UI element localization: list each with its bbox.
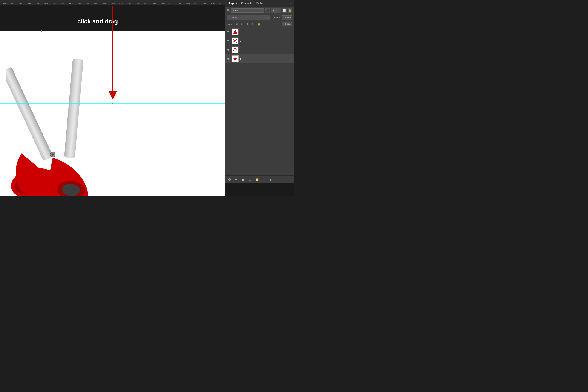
svg-point-5 bbox=[52, 154, 54, 156]
kind-filter-select[interactable]: Kind bbox=[231, 8, 264, 13]
blend-mode-row: Normal Opacity: 100% bbox=[225, 14, 294, 21]
link-layers-btn[interactable]: 🔗 bbox=[227, 178, 232, 181]
delete-layer-btn[interactable]: 🗑 bbox=[268, 178, 273, 181]
layer-thumbnail-4 bbox=[232, 28, 238, 35]
svg-rect-2 bbox=[6, 67, 53, 161]
annotation-text: click and drag bbox=[77, 18, 118, 25]
lock-row: Lock: ▦ ✏ ✛ ⬚ 🔒 Fill: 100% bbox=[225, 21, 294, 27]
layers-bottom-toolbar: 🔗 fx ◼ ⊘ 📁 ⬚ 🗑 bbox=[225, 175, 294, 183]
canvas-area: click and drag bbox=[0, 5, 225, 196]
lock-icons-group: ▦ ✏ ✛ ⬚ 🔒 bbox=[234, 22, 261, 26]
lock-transparent-pixels[interactable]: ▦ bbox=[234, 22, 238, 26]
filter-smart-icon[interactable]: 🔒 bbox=[288, 8, 292, 13]
panel-bottom-area bbox=[225, 183, 294, 196]
fill-value[interactable]: 100% bbox=[282, 22, 292, 26]
opacity-value[interactable]: 100% bbox=[282, 16, 292, 20]
transform-handle-tl[interactable] bbox=[40, 30, 42, 32]
guide-horizontal-top bbox=[0, 31, 225, 31]
svg-rect-3 bbox=[64, 59, 84, 158]
layer-name-1: 1 bbox=[240, 58, 292, 60]
right-panel: Layers Channels Paths >> 🔍 Kind ⬛ ⊘ T ⬜ … bbox=[225, 0, 294, 196]
layer-thumbnail-2 bbox=[232, 46, 238, 53]
tab-channels[interactable]: Channels bbox=[239, 0, 254, 6]
scissors-svg bbox=[6, 38, 120, 196]
guide-horizontal-bottom bbox=[0, 103, 225, 104]
tab-layers[interactable]: Layers bbox=[227, 0, 239, 6]
layer-visibility-1[interactable]: 👁 bbox=[227, 57, 230, 60]
new-group-btn[interactable]: ⊘ bbox=[248, 178, 252, 181]
annotation-container: click and drag bbox=[77, 18, 118, 27]
new-fill-adjustment-btn[interactable]: ◼ bbox=[241, 178, 246, 181]
search-icon: 🔍 bbox=[227, 9, 230, 12]
new-folder-btn[interactable]: 📁 bbox=[254, 178, 259, 181]
layer-thumbnail-1 bbox=[232, 56, 238, 62]
layer-item-2[interactable]: 👁 2 bbox=[225, 45, 294, 54]
filter-image-icon[interactable]: ⬛ bbox=[265, 8, 270, 13]
filter-adjustment-icon[interactable]: ⊘ bbox=[271, 8, 276, 13]
blend-mode-select[interactable]: Normal bbox=[227, 15, 270, 20]
layer-item-1[interactable]: 👁 1 bbox=[225, 54, 294, 64]
lock-position[interactable]: ✛ bbox=[246, 22, 250, 26]
layer-item-3[interactable]: 👁 3 bbox=[225, 36, 294, 45]
tab-paths[interactable]: Paths bbox=[254, 0, 265, 6]
layer-thumbnail-3 bbox=[232, 38, 238, 44]
panel-tabs: Layers Channels Paths >> bbox=[225, 0, 294, 7]
layer-item-4[interactable]: 👁 4 bbox=[225, 27, 294, 36]
layers-list: 👁 4 👁 3 👁 bbox=[225, 27, 294, 175]
layer-name-4: 4 bbox=[240, 30, 292, 33]
lock-all[interactable]: 🔒 bbox=[256, 22, 261, 26]
layer-visibility-4[interactable]: 👁 bbox=[227, 30, 230, 34]
filter-type-icon[interactable]: T bbox=[276, 8, 281, 13]
new-layer-btn[interactable]: ⬚ bbox=[261, 178, 266, 181]
opacity-label: Opacity: bbox=[272, 16, 280, 19]
fill-section: Fill: 100% bbox=[277, 22, 292, 26]
layer-name-2: 2 bbox=[240, 48, 292, 51]
layer-visibility-2[interactable]: 👁 bbox=[227, 48, 230, 52]
scissors-image bbox=[6, 38, 120, 188]
panel-more-button[interactable]: >> bbox=[289, 2, 292, 5]
lock-image-pixels[interactable]: ✏ bbox=[240, 22, 244, 26]
transform-handle-br[interactable] bbox=[111, 102, 112, 104]
ruler-top bbox=[0, 0, 225, 5]
guide-vertical bbox=[41, 5, 41, 196]
layer-visibility-3[interactable]: 👁 bbox=[227, 39, 230, 42]
lock-artboard[interactable]: ⬚ bbox=[251, 22, 255, 26]
fill-label: Fill: bbox=[277, 23, 281, 25]
filter-shape-icon[interactable]: ⬜ bbox=[282, 8, 287, 13]
fx-btn[interactable]: fx bbox=[234, 178, 238, 181]
layer-name-3: 3 bbox=[240, 39, 292, 42]
lock-label: Lock: bbox=[227, 23, 232, 25]
filter-row: 🔍 Kind ⬛ ⊘ T ⬜ 🔒 bbox=[225, 7, 294, 14]
